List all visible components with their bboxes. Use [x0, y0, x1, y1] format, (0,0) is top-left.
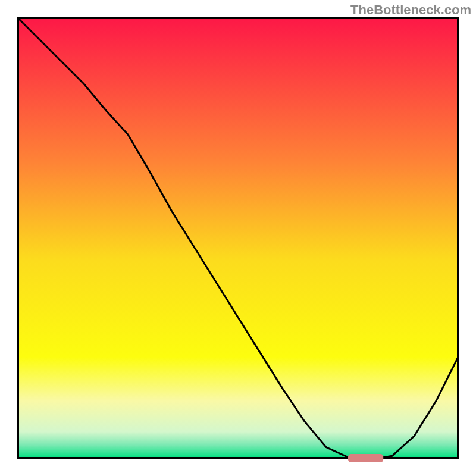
chart-svg [0, 0, 476, 476]
watermark-text: TheBottleneck.com [350, 2, 471, 18]
optimal-marker [348, 454, 383, 462]
chart-container: TheBottleneck.com [0, 0, 476, 476]
